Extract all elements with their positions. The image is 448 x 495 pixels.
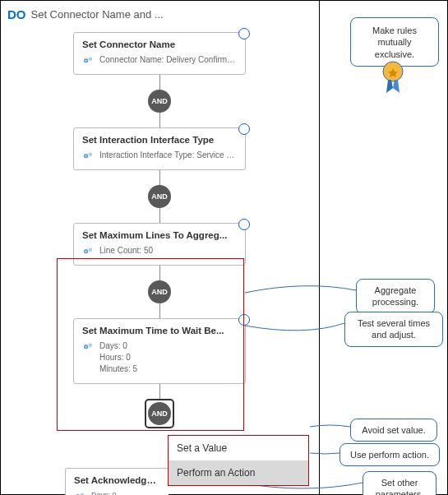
svg-point-3 (90, 58, 90, 59)
left-pane: DO Set Connector Name and ... Set Connec… (1, 1, 320, 494)
status-ring-icon (238, 219, 250, 230)
and-operator-selected[interactable]: AND (145, 399, 174, 428)
card-title: Set Maximum Lines To Aggreg... (82, 230, 237, 240)
gears-icon (82, 150, 95, 160)
callout-other: Set other parameters. (363, 471, 436, 495)
card-detail: Interaction Interface Type: Service Data… (99, 150, 237, 161)
callout-test: Test several times and adjust. (344, 312, 443, 347)
card-detail: Days: 0Hours: 0Minutes: 0 (91, 490, 126, 495)
gears-icon (74, 491, 87, 495)
card-title: Set Connector Name (82, 39, 237, 49)
card-title: Set Acknowledgemen (74, 475, 160, 485)
menu-item-set-value[interactable]: Set a Value (169, 436, 308, 460)
callout-mutually-exclusive: Make rules mutually exclusive. (350, 17, 439, 67)
card-detail: Line Count: 50 (99, 245, 153, 257)
action-card-set-acknowledgement[interactable]: Set Acknowledgemen Days: 0Hours: 0Minute… (65, 468, 169, 495)
card-detail: Connector Name: Delivery Confirmatio... (99, 54, 237, 66)
card-detail: Days: 0Hours: 0Minutes: 5 (99, 340, 137, 375)
connector: AND (148, 170, 171, 223)
svg-point-7 (90, 154, 90, 155)
action-card-set-max-wait[interactable]: Set Maximum Time to Wait Be... Days: 0Ho… (73, 318, 246, 384)
action-card-set-interaction-type[interactable]: Set Interaction Interface Type Interacti… (73, 127, 246, 170)
card-title: Set Interaction Interface Type (82, 135, 237, 145)
and-operator[interactable]: AND (148, 90, 171, 113)
header-row: DO Set Connector Name and ... (7, 7, 312, 21)
action-card-set-max-lines[interactable]: Set Maximum Lines To Aggreg... Line Coun… (73, 223, 246, 266)
callout-aggregate: Aggregate processing. (356, 279, 435, 314)
callout-use: Use perform action. (339, 443, 440, 466)
connector: AND (148, 266, 171, 318)
callout-avoid: Avoid set value. (350, 419, 437, 442)
and-operator[interactable]: AND (148, 185, 171, 208)
card-title: Set Maximum Time to Wait Be... (82, 326, 237, 335)
diagram-root: DO Set Connector Name and ... Set Connec… (0, 0, 448, 495)
award-ribbon-icon (378, 60, 408, 96)
status-ring-icon (238, 123, 250, 135)
action-card-set-connector-name[interactable]: Set Connector Name Connector Name: Deliv… (73, 32, 246, 75)
connector: AND (148, 75, 171, 127)
gears-icon (82, 246, 95, 256)
flow-column: Set Connector Name Connector Name: Deliv… (65, 32, 254, 428)
svg-point-11 (90, 249, 90, 250)
svg-point-6 (85, 155, 87, 157)
rule-title: Set Connector Name and ... (31, 8, 164, 21)
connector: AND (145, 384, 174, 428)
status-ring-icon (238, 314, 250, 326)
gears-icon (82, 55, 95, 65)
svg-point-15 (90, 345, 90, 345)
do-keyword: DO (7, 7, 26, 21)
svg-point-14 (85, 346, 87, 348)
svg-point-2 (85, 60, 87, 62)
svg-point-10 (85, 251, 87, 252)
gears-icon (82, 341, 95, 351)
status-ring-icon (238, 28, 250, 39)
menu-item-perform-action[interactable]: Perform an Action (169, 460, 308, 485)
context-menu: Set a Value Perform an Action (168, 435, 309, 486)
and-operator[interactable]: AND (148, 280, 171, 303)
